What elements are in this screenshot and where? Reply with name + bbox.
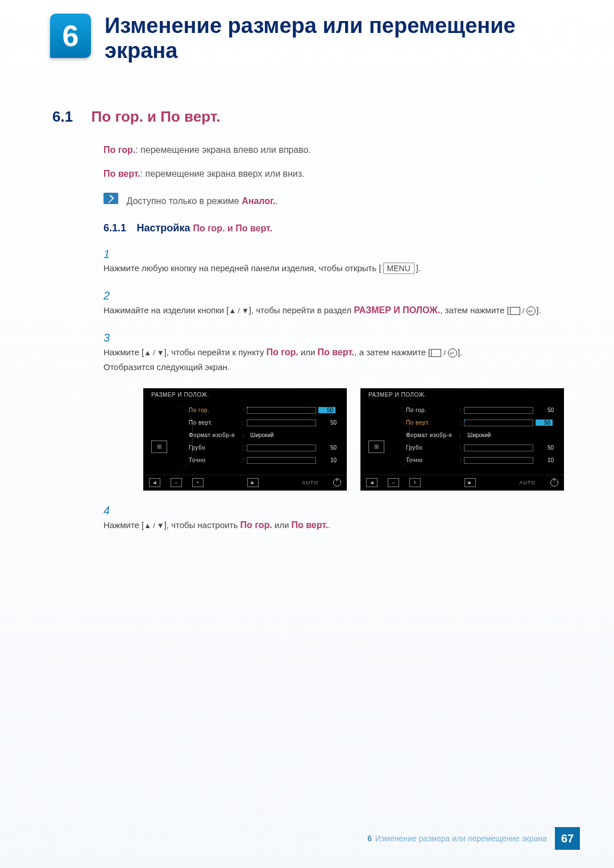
step-1-post: . (418, 263, 421, 273)
osd-row-vert: По верт.: 50 (189, 417, 337, 429)
chapter-title: Изменение размера или перемещение экрана (105, 14, 516, 63)
osd-value: 50 (320, 445, 337, 451)
osd-preview-group: РАЗМЕР И ПОЛОЖ. ⊞ По гор.: 50 По верт.: … (143, 388, 564, 491)
up-down-icon: / (144, 347, 164, 359)
subsection-title-hl: По гор. и По верт. (193, 223, 272, 233)
osd-label: Формат изобр-я (406, 432, 457, 438)
step-3-num: 3 (103, 331, 121, 344)
auto-label: AUTO (302, 480, 318, 485)
step-3-pre: Нажмите [ (103, 347, 144, 357)
osd-row-hgor: По гор.: 50 (189, 404, 337, 417)
step-2-num: 2 (103, 289, 121, 302)
osd-panel-hgor: РАЗМЕР И ПОЛОЖ. ⊞ По гор.: 50 По верт.: … (143, 388, 347, 491)
step-3-tail: Отобразится следующий экран. (103, 362, 230, 372)
step-4-post: . (328, 520, 330, 530)
step-4-mid: ], чтобы настроить (164, 520, 240, 530)
note-text-pre: Доступно только в режиме (126, 196, 242, 206)
step-3-mid2: , а затем нажмите [ (354, 347, 430, 357)
osd-label: Точно (189, 457, 240, 463)
footer-chapter-number: 6 (367, 834, 372, 843)
osd-row-format: Формат изобр-я: Широкий (406, 429, 554, 442)
step-2-text: Нажимайте на изделии кнопки [/], чтобы п… (103, 302, 570, 318)
step-4-vert: По верт. (292, 520, 329, 530)
osd-value: 50 (537, 445, 554, 451)
section-title: По гор. и По верт. (92, 108, 221, 125)
up-down-icon: / (144, 520, 164, 532)
osd-row-vert: По верт.: 50 (406, 417, 554, 429)
osd-value: Широкий (250, 432, 273, 438)
footer-text: Изменение размера или перемещение экрана (375, 834, 547, 843)
source-enter-icon: / (509, 305, 537, 317)
step-1-num: 1 (103, 248, 121, 261)
back-icon: ◄ (149, 478, 160, 487)
auto-label: AUTO (519, 480, 536, 485)
osd-value: 10 (320, 457, 337, 463)
osd-section-icon: ⊞ (151, 441, 167, 453)
osd-label: Грубо (406, 445, 457, 451)
osd-footer: ◄ − + ► AUTO (143, 475, 347, 491)
osd-row-coarse: Грубо: 50 (406, 442, 554, 454)
up-down-icon: / (229, 305, 248, 317)
step-2-between: ], чтобы перейти в раздел (249, 305, 354, 315)
step-3-vert: По верт. (318, 347, 355, 357)
osd-label: Грубо (189, 445, 240, 451)
step-4-or: или (272, 520, 292, 530)
osd-value: 50 (318, 407, 335, 413)
osd-label: По верт. (406, 420, 457, 426)
def-v-label: По верт. (103, 169, 140, 178)
osd-row-fine: Точно: 10 (406, 454, 554, 467)
subsection-title-pre: Настройка (137, 222, 193, 234)
step-3-text: Нажмите [/], чтобы перейти к пункту По г… (103, 344, 570, 375)
osd-title: РАЗМЕР И ПОЛОЖ. (368, 392, 426, 398)
step-1-text: Нажмите любую кнопку на передней панели … (103, 261, 570, 276)
step-3-hgor: По гор. (267, 347, 298, 357)
osd-label: Формат изобр-я (189, 432, 240, 438)
step-2-pre: Нажимайте на изделии кнопки [ (103, 305, 229, 315)
osd-row-fine: Точно: 10 (189, 454, 337, 467)
plus-icon: + (192, 478, 204, 487)
source-enter-icon: / (430, 347, 458, 359)
osd-panel-vert: РАЗМЕР И ПОЛОЖ. ⊞ По гор.: 50 По верт.: … (360, 388, 564, 491)
osd-title: РАЗМЕР И ПОЛОЖ. (151, 392, 209, 398)
section-number: 6.1 (52, 108, 73, 125)
step-3-mid1: ], чтобы перейти к пункту (164, 347, 267, 357)
chapter-number-badge: 6 (50, 14, 91, 58)
chapter-title-line2: экрана (105, 39, 177, 63)
step-3-or: или (298, 347, 318, 357)
plus-icon: + (409, 478, 421, 487)
osd-value: 50 (320, 420, 337, 426)
minus-icon: − (171, 478, 182, 487)
note-text-post: . (276, 196, 278, 206)
def-h-text: перемещение экрана влево или вправо. (140, 145, 311, 155)
osd-value: Широкий (467, 432, 491, 438)
osd-row-hgor: По гор.: 50 (406, 404, 554, 417)
def-h-sep: : (135, 145, 140, 155)
step-4-text: Нажмите [/], чтобы настроить По гор. или… (103, 517, 570, 533)
step-2-section: РАЗМЕР И ПОЛОЖ. (354, 305, 440, 315)
osd-label: Точно (406, 457, 457, 463)
subsection-title: Настройка По гор. и По верт. (137, 222, 273, 234)
menu-button-label: MENU (383, 263, 414, 274)
osd-section-icon: ⊞ (368, 441, 384, 453)
osd-row-format: Формат изобр-я: Широкий (189, 429, 337, 442)
subsection-number: 6.1.1 (103, 222, 126, 234)
osd-footer: ◄ − + ► AUTO (360, 475, 564, 491)
def-h-label: По гор. (103, 145, 135, 155)
osd-value: 50 (536, 420, 553, 426)
step-4-num: 4 (103, 504, 121, 517)
note-mode: Аналог. (242, 196, 275, 206)
def-v-text: перемещение экрана вверх или вниз. (146, 169, 305, 178)
step-4-pre: Нажмите [ (103, 520, 144, 530)
back-icon: ◄ (366, 478, 377, 487)
step-4-hgor: По гор. (240, 520, 272, 530)
step-1-pre: Нажмите любую кнопку на передней панели … (103, 263, 379, 273)
osd-label: По верт. (189, 420, 240, 426)
minus-icon: − (388, 478, 399, 487)
osd-value: 10 (537, 457, 554, 463)
power-icon (333, 479, 341, 487)
step-2-mid: , затем нажмите [ (440, 305, 509, 315)
note-icon (103, 193, 118, 204)
def-v-sep: : (140, 169, 146, 178)
play-icon: ► (247, 478, 259, 487)
play-icon: ► (464, 478, 476, 487)
